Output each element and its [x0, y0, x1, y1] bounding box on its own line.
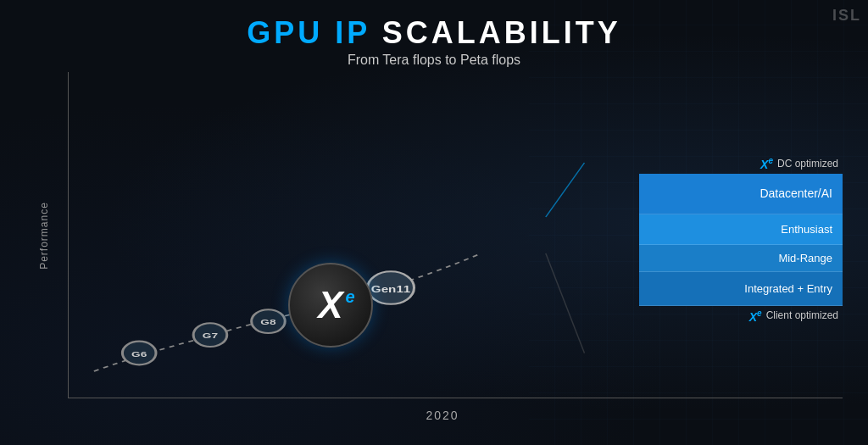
block-datacenter: Datacenter/AI: [639, 174, 843, 214]
client-optimized-label: Xe Client optimized: [639, 306, 843, 324]
block-enthusiast: Enthusiast: [639, 214, 843, 245]
svg-text:G6: G6: [131, 349, 147, 359]
svg-line-1: [546, 253, 585, 353]
block-integrated: Integrated + Entry: [639, 272, 843, 306]
title-gpu: GPU IP: [247, 15, 370, 50]
page-title: GPU IP SCALABILITY: [0, 15, 868, 51]
chart-area: Performance 2020 G6 G7 G8 G9: [42, 72, 843, 398]
page-header: GPU IP SCALABILITY From Tera flops to Pe…: [0, 0, 868, 73]
brand-corner: ISL: [832, 7, 861, 25]
block-enthusiast-label: Enthusiast: [781, 223, 832, 236]
xe-mark-client: Xe: [749, 309, 762, 324]
block-midrange: Mid-Range: [639, 245, 843, 272]
dc-optimized-label: Xe DC optimized: [639, 156, 843, 174]
scalability-panel: Xe DC optimized Datacenter/AI Enthusiast…: [639, 89, 843, 390]
x-axis-2020-label: 2020: [426, 409, 459, 422]
xe-superscript: e: [346, 288, 355, 305]
main-content: ISL GPU IP SCALABILITY From Tera flops t…: [0, 0, 868, 445]
tier-blocks: Datacenter/AI Enthusiast Mid-Range Integ…: [639, 174, 843, 306]
block-datacenter-label: Datacenter/AI: [760, 186, 832, 200]
xe-logo-text: Xe: [318, 286, 342, 324]
page-subtitle: From Tera flops to Peta flops: [0, 53, 868, 68]
svg-text:Gen11: Gen11: [371, 284, 411, 294]
xe-mark-dc: Xe: [760, 156, 773, 171]
title-suffix: SCALABILITY: [382, 15, 621, 50]
svg-text:G8: G8: [260, 317, 276, 326]
block-integrated-label: Integrated + Entry: [744, 282, 832, 295]
block-midrange-label: Mid-Range: [778, 252, 832, 264]
svg-text:G7: G7: [203, 331, 219, 340]
brand-text: ISL: [832, 7, 861, 24]
dc-optimized-text: DC optimized: [777, 158, 838, 170]
client-optimized-text: Client optimized: [766, 309, 838, 321]
svg-line-0: [546, 163, 585, 217]
xe-logo-circle: Xe: [288, 263, 373, 348]
